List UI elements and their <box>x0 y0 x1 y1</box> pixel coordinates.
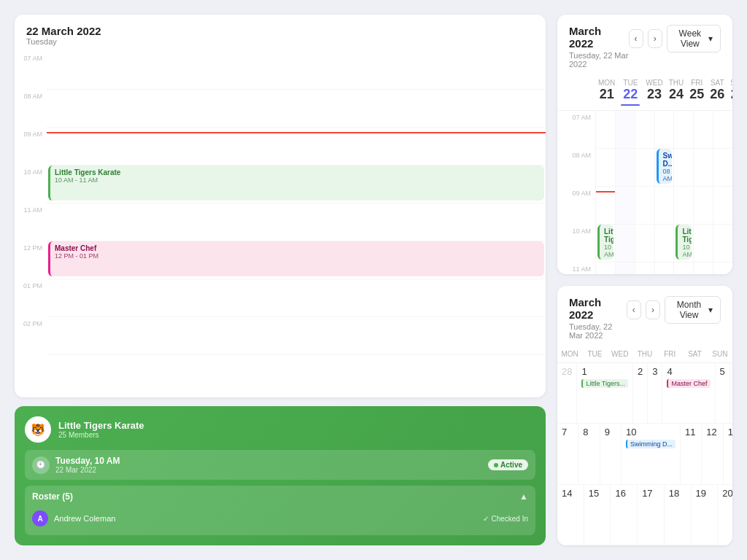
month-cell-5: 5 <box>716 363 730 423</box>
event-card-name: Little Tigers Karate <box>58 420 144 431</box>
event-pill-little-tigers-1[interactable]: Little Tigers... <box>581 379 628 388</box>
week-day-col-sat <box>693 111 713 274</box>
time-slot-8am: 08 AM <box>557 149 595 187</box>
month-cell-2: 2 <box>633 363 648 423</box>
day-time-grid: 07 AM 08 AM 09 AM 10 AM 11 AM 12 PM 01 P… <box>15 52 546 355</box>
week-calendar-header: March 2022 Tuesday, 22 Mar 2022 ‹ › Week… <box>557 15 732 74</box>
day-current-time-line <box>47 132 546 133</box>
month-grid: MON TUE WED THU FRI SAT SUN 28 1 Little … <box>557 346 732 545</box>
month-calendar-panel: March 2022 Tuesday, 22 Mar 2022 ‹ › Mont… <box>557 286 732 545</box>
day-detail-title: 22 March 2022 <box>26 25 534 37</box>
event-card-panel: 🐯 Little Tigers Karate 25 Members 🕙 Tues… <box>15 406 546 545</box>
day-event-little-tigers[interactable]: Little Tigers Karate 10 AM - 11 AM <box>48 166 544 201</box>
month-cell-20: 20 <box>718 485 732 545</box>
week-calendar-nav: ‹ › Week View ▾ <box>629 25 721 52</box>
week-calendar-subtitle: Tuesday, 22 Mar 2022 <box>569 51 629 69</box>
current-time-line-mon <box>596 191 615 192</box>
day-detail-header: 22 March 2022 Tuesday <box>15 15 546 52</box>
event-little-tigers-fri[interactable]: Little Tigers... 10 AM - 11 AM <box>676 225 692 260</box>
time-slot-10am: 10 AM <box>557 225 595 262</box>
day-header-wed: WED 23 <box>643 74 665 110</box>
chevron-up-icon: ▲ <box>519 491 528 502</box>
event-pill-master-chef-4[interactable]: Master Chef <box>667 379 710 388</box>
check-icon: ✓ <box>483 515 489 523</box>
clock-icon: 🕙 <box>32 456 50 474</box>
event-little-tigers-mon[interactable]: Little Tigers... 10 AM - 11 AM <box>597 225 614 260</box>
month-cell-17: 17 <box>638 485 665 545</box>
month-cell-10: 10 Swimming D... <box>622 424 681 483</box>
month-cell-15: 15 <box>584 485 611 545</box>
month-calendar-subtitle: Tuesday, 22 Mar 2022 <box>569 322 627 340</box>
month-calendar-title-block: March 2022 Tuesday, 22 Mar 2022 <box>569 296 627 340</box>
day-header-mon: MON 21 <box>595 74 618 110</box>
day-header-fri: FRI 25 <box>686 74 707 110</box>
month-cell-9: 9 <box>600 424 622 483</box>
week-day-col-sun <box>713 111 732 274</box>
month-days-header: MON TUE WED THU FRI SAT SUN <box>557 346 732 363</box>
day-events-col: Little Tigers Karate 10 AM - 11 AM Maste… <box>47 52 546 355</box>
day-detail-panel: 22 March 2022 Tuesday 07 AM 08 AM 09 AM … <box>15 15 546 397</box>
event-card-top: 🐯 Little Tigers Karate 25 Members <box>25 416 535 443</box>
day-time-col: 07 AM 08 AM 09 AM 10 AM 11 AM 12 PM 01 P… <box>15 52 47 355</box>
week-prev-button[interactable]: ‹ <box>629 29 643 48</box>
day-header-tue: TUE 22 <box>618 74 643 110</box>
month-prev-button[interactable]: ‹ <box>627 300 641 319</box>
month-cell-12: 12 <box>702 424 723 483</box>
time-slot-9am: 09 AM <box>557 187 595 225</box>
roster-header: Roster (5) ▲ <box>32 491 528 502</box>
roster-item-andrew: A Andrew Coleman ✓ Checked In <box>32 508 528 529</box>
month-cell-6: 6 <box>730 363 732 423</box>
week-calendar-panel: March 2022 Tuesday, 22 Mar 2022 ‹ › Week… <box>557 15 732 274</box>
right-panel: 22 March 2022 Tuesday 07 AM 08 AM 09 AM … <box>15 15 546 545</box>
week-day-col-wed <box>635 111 654 274</box>
month-cell-16: 16 <box>611 485 638 545</box>
day-header-sat: SAT 26 <box>707 74 727 110</box>
week-time-column: 07 AM 08 AM 09 AM 10 AM 11 AM 12 PM 01 P… <box>557 111 595 274</box>
month-cell-8: 8 <box>578 424 600 483</box>
day-detail-body: 07 AM 08 AM 09 AM 10 AM 11 AM 12 PM 01 P… <box>15 52 546 391</box>
roster-name-andrew: Andrew Coleman <box>54 514 115 523</box>
event-info-row: 🕙 Tuesday, 10 AM 22 Mar 2022 Active <box>25 450 535 480</box>
month-cell-3: 3 <box>648 363 662 423</box>
event-card-info: Little Tigers Karate 25 Members <box>58 420 144 439</box>
chevron-down-icon: ▾ <box>708 34 713 44</box>
week-day-col-thu: Swimming D... 08 AM - 09 AM <box>654 111 674 274</box>
chevron-down-icon: ▾ <box>708 305 713 315</box>
month-view-selector[interactable]: Month View ▾ <box>665 296 721 324</box>
week-calendar-title-block: March 2022 Tuesday, 22 Mar 2022 <box>569 25 629 69</box>
month-cell-11: 11 <box>681 424 702 483</box>
month-cell-4: 4 Master Chef <box>662 363 715 423</box>
active-badge: Active <box>488 459 528 470</box>
event-pill-swimming-10[interactable]: Swimming D... <box>626 440 676 448</box>
roster-avatar-andrew: A <box>32 510 48 526</box>
week-next-button[interactable]: › <box>648 29 662 48</box>
event-swimming-thu[interactable]: Swimming D... 08 AM - 09 AM <box>657 149 673 184</box>
time-slot-11am: 11 AM <box>557 262 595 274</box>
month-calendar-title: March 2022 <box>569 296 627 321</box>
today-underline <box>621 104 640 106</box>
month-week-2: 7 8 9 10 Swimming D... 11 <box>557 424 732 484</box>
month-week-3: 14 15 16 17 18 19 <box>557 485 732 545</box>
month-next-button[interactable]: › <box>646 300 660 319</box>
day-detail-subtitle: Tuesday <box>26 37 534 46</box>
time-slot-7am: 07 AM <box>557 111 595 149</box>
active-dot <box>494 463 498 467</box>
week-day-col-mon: Little Tigers... 10 AM - 11 AM Master Ch… <box>595 111 615 274</box>
week-view-selector[interactable]: Week View ▾ <box>667 25 721 52</box>
month-cell-1: 1 Little Tigers... <box>577 363 633 423</box>
week-calendar-title: March 2022 <box>569 25 629 50</box>
event-day-date: 22 Mar 2022 <box>55 466 120 474</box>
month-cell-7: 7 <box>557 424 578 483</box>
week-days-header: MON 21 TUE 22 WED 23 THU 24 FRI <box>557 74 732 111</box>
month-week-1: 28 1 Little Tigers... 2 3 4 Master Chef <box>557 363 732 424</box>
month-cell-19: 19 <box>692 485 719 545</box>
week-grid: MON 21 TUE 22 WED 23 THU 24 FRI <box>557 74 732 274</box>
event-avatar: 🐯 <box>25 416 51 443</box>
month-calendar-nav: ‹ › Month View ▾ <box>627 296 721 324</box>
day-event-master-chef[interactable]: Master Chef 12 PM - 01 PM <box>48 241 544 276</box>
month-cell-18: 18 <box>665 485 692 545</box>
week-day-col-tue <box>615 111 635 274</box>
roster-title: Roster (5) <box>32 491 73 502</box>
month-cell-28: 28 <box>557 363 577 423</box>
week-day-col-fri: Little Tigers... 10 AM - 11 AM <box>673 111 693 274</box>
